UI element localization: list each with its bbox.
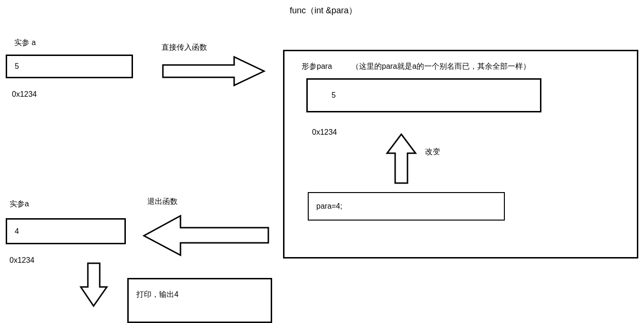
formal-param-box: 5 xyxy=(306,78,541,112)
svg-marker-0 xyxy=(163,57,264,85)
svg-marker-2 xyxy=(144,216,268,255)
arrow-up-icon xyxy=(385,132,418,186)
formal-param-label: 形参para xyxy=(302,62,332,72)
actual-param-a-box-top: 5 xyxy=(6,55,133,78)
actual-param-a-label-top: 实参 a xyxy=(14,38,36,48)
formal-param-value: 5 xyxy=(331,91,336,100)
svg-marker-1 xyxy=(387,134,416,183)
arrow-down-icon xyxy=(78,261,109,308)
assignment-box: para=4; xyxy=(308,192,505,221)
print-output-text: 打印，输出4 xyxy=(136,290,179,300)
actual-param-a-value-bottom: 4 xyxy=(15,227,19,236)
formal-param-address: 0x1234 xyxy=(312,128,337,137)
change-label: 改变 xyxy=(425,147,440,157)
func-signature-label: func（int &para） xyxy=(290,5,357,16)
arrow-exit-label: 退出函数 xyxy=(147,197,178,207)
print-output-box: 打印，输出4 xyxy=(127,278,272,323)
actual-param-a-address-bottom: 0x1234 xyxy=(9,256,35,265)
arrow-right-icon xyxy=(161,55,267,88)
actual-param-a-address-top: 0x1234 xyxy=(12,90,37,99)
actual-param-a-label-bottom: 实参a xyxy=(9,199,29,209)
arrow-enter-label: 直接传入函数 xyxy=(161,43,207,53)
arrow-left-icon xyxy=(140,213,271,258)
actual-param-a-value-top: 5 xyxy=(15,62,19,71)
actual-param-a-box-bottom: 4 xyxy=(6,218,126,244)
formal-param-note: （这里的para就是a的一个别名而已，其余全部一样） xyxy=(351,62,530,72)
svg-marker-3 xyxy=(81,263,107,306)
assignment-text: para=4; xyxy=(316,202,342,211)
